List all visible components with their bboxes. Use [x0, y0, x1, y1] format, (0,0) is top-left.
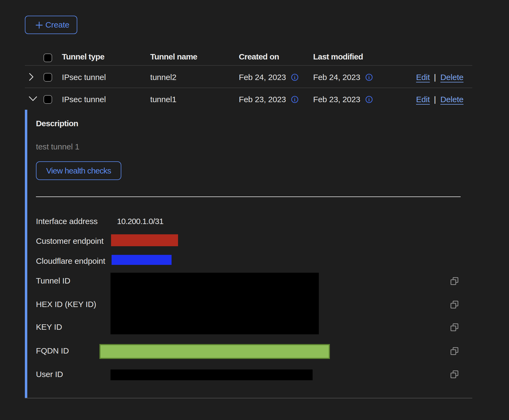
svg-text:i: i — [294, 75, 295, 80]
svg-text:i: i — [368, 75, 370, 80]
svg-text:i: i — [294, 97, 295, 102]
svg-text:i: i — [368, 97, 370, 102]
